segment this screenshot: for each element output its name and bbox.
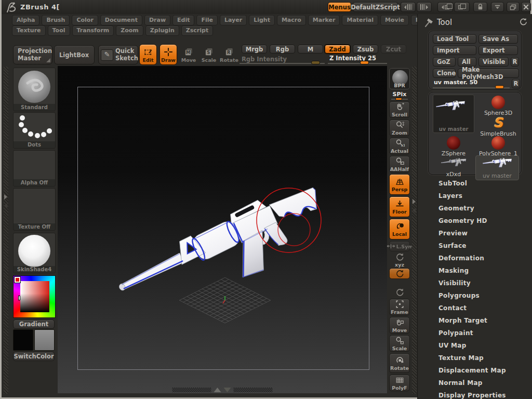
switch-color-button[interactable]: SwitchColor xyxy=(13,352,55,361)
menu-button[interactable]: Edit xyxy=(172,15,194,25)
export-button[interactable]: Export xyxy=(478,46,518,55)
shelf-button[interactable]: PolyF xyxy=(389,375,410,391)
shelf-button[interactable]: Move xyxy=(389,317,410,334)
color-picker-selector[interactable] xyxy=(15,277,20,283)
restore-button[interactable] xyxy=(507,2,520,12)
tool-palette-item[interactable]: S SimpleBrush xyxy=(477,116,519,137)
minimize-button[interactable] xyxy=(491,2,504,12)
menu-button[interactable]: Layer xyxy=(220,15,247,25)
menu-button[interactable]: Marker xyxy=(308,15,340,25)
menu-button[interactable]: Document xyxy=(100,15,142,25)
menu-button[interactable]: Draw xyxy=(144,15,170,25)
clone-button[interactable]: Clone xyxy=(433,69,456,78)
rgb-intensity-handle[interactable] xyxy=(311,61,320,64)
shelf-button[interactable]: Rotate xyxy=(389,353,410,373)
mode-button[interactable]: Scale xyxy=(200,44,218,65)
tool-section-header[interactable]: Visibility xyxy=(426,277,530,289)
all-button[interactable]: All xyxy=(458,57,476,66)
active-tool-slider-handle[interactable] xyxy=(495,85,504,89)
shelf-button[interactable]: Zoom xyxy=(389,119,410,136)
menu-button[interactable]: Macro xyxy=(277,15,306,25)
menus-button[interactable]: Menus xyxy=(328,2,351,12)
tool-section-header[interactable]: Geometry xyxy=(426,202,530,215)
mode-button[interactable]: Draw xyxy=(159,44,177,65)
visible-button[interactable]: Visible xyxy=(478,57,509,66)
spix-handle[interactable] xyxy=(395,98,402,100)
tool-palette-item[interactable]: xDxd xyxy=(433,157,474,178)
tool-section-header[interactable]: Deformation xyxy=(426,252,530,264)
menu-button[interactable]: Zoom xyxy=(116,25,143,36)
canvas-tray-divider[interactable] xyxy=(172,388,273,392)
tool-section-header[interactable]: SubTool xyxy=(426,177,530,190)
menu-button[interactable]: Transform xyxy=(72,25,114,36)
previous-document-button[interactable] xyxy=(437,2,453,12)
current-alpha-thumbnail[interactable]: Alpha Off xyxy=(13,150,56,187)
tool-section-header[interactable]: Texture Map xyxy=(426,352,530,364)
menu-button[interactable]: Color xyxy=(72,15,98,25)
tool-section-header[interactable]: UV Map xyxy=(426,339,530,352)
shelf-button[interactable]: Actual xyxy=(389,138,410,154)
tool-section-header[interactable]: Morph Target xyxy=(426,314,530,327)
menu-button[interactable]: Zscript xyxy=(181,25,213,36)
tool-palette-item[interactable]: Sphere3D xyxy=(477,96,519,116)
close-button[interactable] xyxy=(521,2,531,12)
current-brush-thumbnail[interactable]: Standard xyxy=(13,68,56,111)
menu-button[interactable]: File xyxy=(196,15,218,25)
document-canvas[interactable] xyxy=(58,66,387,393)
sculpt-mode-button[interactable]: Zsub xyxy=(353,45,378,54)
tool-section-header[interactable]: Geometry HD xyxy=(426,215,530,227)
shelf-button[interactable]: L.Sym xyxy=(389,241,410,251)
menu-button[interactable]: Light xyxy=(249,15,275,25)
shelf-button[interactable]: Persp xyxy=(389,174,410,195)
goz-r-button[interactable]: R xyxy=(511,57,519,66)
menu-button[interactable]: Tool xyxy=(48,25,70,36)
secondary-color-swatch[interactable] xyxy=(34,329,55,351)
mode-button[interactable]: Rotate xyxy=(220,44,238,65)
slider-r-button[interactable]: R xyxy=(512,79,520,88)
projection-master-button[interactable]: Projection Master xyxy=(13,45,52,64)
tool-section-header[interactable]: Layers xyxy=(426,190,530,202)
tool-section-header[interactable]: Normal Map xyxy=(426,377,530,389)
reset-history-icon[interactable] xyxy=(520,18,527,26)
tool-palette-item[interactable]: uv master xyxy=(475,155,519,180)
menu-button[interactable]: Movie xyxy=(380,15,409,25)
import-button[interactable]: Import xyxy=(433,46,476,55)
shelf-button[interactable]: xyz xyxy=(389,253,410,267)
shelf-button[interactable]: Frame xyxy=(389,299,410,315)
quick-sketch-button[interactable]: ✎ Quick Sketch xyxy=(98,45,138,64)
spix-slider[interactable]: SPix xyxy=(389,91,410,98)
tool-palette-item[interactable]: ZSphere xyxy=(433,136,474,157)
shelf-button[interactable]: AAHalf xyxy=(389,156,410,172)
lightbox-button[interactable]: LightBox xyxy=(54,45,95,64)
z-intensity-handle[interactable] xyxy=(360,61,369,64)
default-zscript-button[interactable]: DefaultZScript xyxy=(353,2,398,12)
tool-palette-item[interactable]: PolySphere_1 xyxy=(477,136,519,157)
tray-collapse-left-button[interactable] xyxy=(401,2,416,12)
gradient-button[interactable]: Gradient xyxy=(13,320,55,329)
tool-section-header[interactable]: Masking xyxy=(426,264,530,277)
color-picker[interactable] xyxy=(13,275,56,318)
z-intensity-slider[interactable] xyxy=(328,63,387,64)
tray-collapse-right-button[interactable] xyxy=(417,2,432,12)
menu-button[interactable]: Texture xyxy=(12,25,46,36)
mode-button[interactable]: Move xyxy=(180,44,197,65)
goz-button[interactable]: GoZ xyxy=(433,57,456,66)
sculpt-mode-button[interactable]: Zadd xyxy=(325,45,350,54)
right-tray-divider[interactable] xyxy=(412,66,417,394)
menu-button[interactable]: Brush xyxy=(42,15,70,25)
make-polymesh3d-button[interactable]: Make PolyMesh3D xyxy=(458,69,519,78)
next-document-button[interactable] xyxy=(454,2,470,12)
shelf-button[interactable]: Local xyxy=(389,219,410,240)
paint-mode-button[interactable]: Rgb xyxy=(270,45,295,54)
save-as-button[interactable]: Save As xyxy=(478,34,518,44)
current-tool-thumbnail[interactable]: uv master xyxy=(433,95,474,133)
shelf-button[interactable]: Scale xyxy=(389,335,410,352)
shelf-button[interactable] xyxy=(389,287,410,297)
menu-button[interactable]: Alpha xyxy=(12,15,39,25)
tool-section-header[interactable]: Polygroups xyxy=(426,289,530,302)
tool-section-header[interactable]: Polypaint xyxy=(426,327,530,339)
tool-section-header[interactable]: Display Properties xyxy=(426,389,530,399)
menu-button[interactable]: Material xyxy=(342,15,378,25)
shelf-button[interactable]: Scroll xyxy=(389,101,410,118)
main-color-swatch[interactable] xyxy=(13,329,33,351)
